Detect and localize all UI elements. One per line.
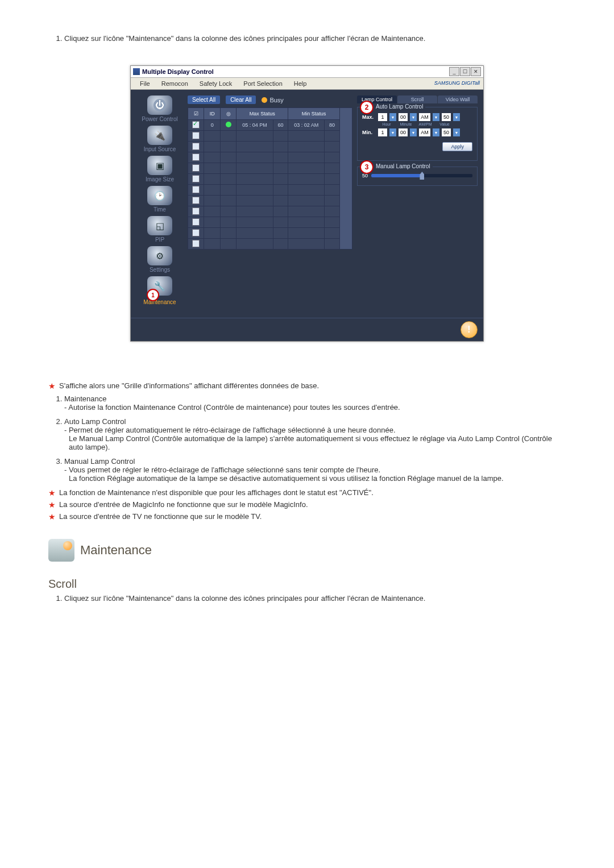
select-all-button[interactable]: Select All: [188, 95, 220, 104]
busy-dot-icon: [262, 97, 267, 103]
row-checkbox[interactable]: [192, 240, 200, 247]
max-label: Max.: [362, 114, 376, 120]
section-title: Maintenance: [80, 543, 152, 558]
display-grid: ☑ ID ◎ Max Status Min Status 0 05 : 04 P…: [188, 107, 352, 250]
note-2-desc-b: Le Manual Lamp Control (Contrôle automat…: [69, 434, 566, 451]
dropdown-icon[interactable]: ▼: [410, 113, 417, 121]
row-checkbox[interactable]: [192, 218, 200, 226]
row-checkbox[interactable]: [192, 175, 200, 182]
auto-lamp-label: Auto Lamp Control: [374, 103, 425, 110]
cell-max-val: 60: [273, 120, 288, 131]
max-ampm-input[interactable]: AM: [419, 113, 430, 121]
table-row[interactable]: [188, 239, 352, 250]
warning-icon: !: [460, 321, 478, 338]
sidebar-item-settings[interactable]: ⚙Settings: [136, 246, 183, 273]
subsection-scroll: Scroll: [48, 578, 566, 591]
callout-badge-3: 3: [360, 160, 374, 174]
max-hour-input[interactable]: 1: [378, 113, 387, 121]
row-checkbox[interactable]: [192, 229, 200, 236]
apply-button[interactable]: Apply: [442, 142, 472, 151]
grid-scrollbar[interactable]: [339, 108, 352, 250]
sidebar-item-label: Power Control: [142, 116, 177, 122]
row-checkbox[interactable]: [192, 207, 200, 215]
row-checkbox[interactable]: [192, 186, 200, 193]
table-row[interactable]: [188, 152, 352, 163]
dropdown-icon[interactable]: ▼: [433, 113, 439, 121]
row-checkbox[interactable]: [192, 164, 200, 172]
note-2-desc-a: - Permet de régler automatiquement le ré…: [64, 426, 566, 434]
dropdown-icon[interactable]: ▼: [433, 128, 439, 136]
field-sublabels: HourMinuteAM/PMValue: [378, 122, 472, 126]
menu-help[interactable]: Help: [288, 79, 313, 88]
table-row[interactable]: [188, 163, 352, 174]
table-row[interactable]: [188, 185, 352, 196]
input-source-icon: 🔌: [147, 126, 172, 145]
max-value-input[interactable]: 50: [442, 113, 451, 121]
section-header-maintenance: Maintenance: [48, 539, 566, 562]
sidebar-item-image[interactable]: ▣Image Size: [136, 156, 183, 182]
dropdown-icon[interactable]: ▼: [453, 128, 460, 136]
clear-all-button[interactable]: Clear All: [226, 95, 256, 104]
window-title: Multiple Display Control: [142, 68, 449, 75]
close-icon[interactable]: ✕: [471, 67, 481, 76]
manual-lamp-slider[interactable]: 50: [362, 173, 472, 178]
sidebar-item-power[interactable]: ⏻Power Control: [136, 95, 183, 122]
slider-thumb-icon[interactable]: [420, 172, 424, 180]
sidebar-item-label: Settings: [150, 267, 170, 273]
dropdown-icon[interactable]: ▼: [389, 128, 396, 136]
dropdown-icon[interactable]: ▼: [410, 128, 417, 136]
table-row[interactable]: [188, 131, 352, 142]
minimize-icon[interactable]: _: [449, 67, 459, 76]
note-star-4: La source d'entrée de TV ne fonctionne q…: [59, 512, 262, 522]
note-3: Manual Lamp Control - Vous permet de rég…: [64, 457, 566, 483]
max-minute-input[interactable]: 00: [399, 113, 408, 121]
table-row[interactable]: [188, 228, 352, 239]
table-row[interactable]: 0 05 : 04 PM 60 03 : 02 AM 80: [188, 120, 352, 131]
min-value-input[interactable]: 50: [442, 128, 451, 136]
menu-bar: File Remocon Safety Lock Port Selection …: [131, 78, 483, 90]
note-3-desc-b: La fonction Réglage automatique de la la…: [69, 474, 566, 483]
menu-file[interactable]: File: [134, 79, 156, 88]
slider-track[interactable]: [371, 174, 472, 177]
cell-id: 0: [204, 120, 220, 131]
row-checkbox[interactable]: [192, 121, 200, 128]
status-bar: !: [131, 318, 483, 341]
sidebar-item-input[interactable]: 🔌Input Source: [136, 126, 183, 152]
menu-remocon[interactable]: Remocon: [156, 79, 194, 88]
sidebar-item-pip[interactable]: ◱PIP: [136, 216, 183, 243]
busy-label: Busy: [269, 97, 283, 103]
table-row[interactable]: [188, 217, 352, 228]
busy-indicator: Busy: [262, 97, 283, 103]
sidebar-item-label: Maintenance: [143, 299, 176, 305]
auto-lamp-panel: 2 Auto Lamp Control Max. 1▼ 00▼ AM▼ 50▼ …: [357, 107, 478, 161]
row-checkbox[interactable]: [192, 153, 200, 161]
table-row[interactable]: [188, 196, 352, 206]
table-row[interactable]: [188, 206, 352, 217]
star-bullet-icon: ★: [48, 488, 56, 498]
note-1-desc: - Autorise la fonction Maintenance Contr…: [64, 403, 566, 412]
menu-safety-lock[interactable]: Safety Lock: [194, 79, 238, 88]
sidebar-item-maintenance[interactable]: 🔧 1 Maintenance: [136, 276, 183, 305]
table-row[interactable]: [188, 174, 352, 185]
row-checkbox[interactable]: [192, 143, 200, 150]
col-id: ID: [204, 108, 220, 120]
dropdown-icon[interactable]: ▼: [389, 113, 396, 121]
tab-video-wall[interactable]: Video Wall: [438, 95, 478, 103]
col-max-status: Max Status: [237, 108, 288, 120]
min-ampm-input[interactable]: AM: [419, 128, 430, 136]
row-checkbox[interactable]: [192, 132, 200, 139]
table-row[interactable]: [188, 142, 352, 152]
gear-icon: ⚙: [147, 246, 172, 265]
maintenance-section-icon: [48, 539, 74, 562]
min-hour-input[interactable]: 1: [378, 128, 387, 136]
pip-icon: ◱: [147, 216, 172, 235]
maximize-icon[interactable]: ☐: [460, 67, 470, 76]
sidebar-item-time[interactable]: 🕑Time: [136, 186, 183, 213]
dropdown-icon[interactable]: ▼: [453, 113, 460, 121]
tab-scroll[interactable]: Scroll: [397, 95, 437, 103]
menu-port-selection[interactable]: Port Selection: [238, 79, 288, 88]
row-checkbox[interactable]: [192, 197, 200, 204]
sidebar: ⏻Power Control 🔌Input Source ▣Image Size…: [136, 95, 183, 309]
note-2: Auto Lamp Control - Permet de régler aut…: [64, 417, 566, 451]
min-minute-input[interactable]: 00: [399, 128, 408, 136]
